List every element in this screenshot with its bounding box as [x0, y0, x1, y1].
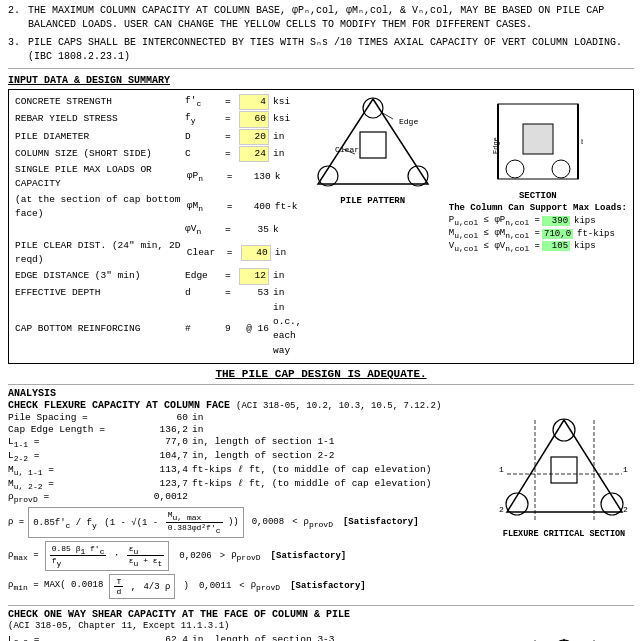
l22-unit: in, length of section 2-2 — [192, 450, 335, 463]
unit-phi-mn: ft-k — [275, 200, 305, 214]
eq-concrete: = — [225, 95, 239, 109]
svg-text:Edge: Edge — [399, 117, 418, 126]
formula1-compare2: ρprovD — [304, 517, 333, 529]
row-pile-clear: PILE CLEAR DIST. (24" min, 2D reqd) Clea… — [15, 239, 305, 268]
load-row-p: Pu,col ≤ φPn,col = 390 kips — [449, 215, 627, 227]
row-single-pile: SINGLE PILE MAX LOADS OR CAPACITY φPn = … — [15, 163, 305, 192]
check-shear: CHECK ONE WAY SHEAR CAPACITY AT THE FACE… — [8, 609, 634, 641]
mu22-row: Mu, 2-2 = 123,7 ft-kips ℓ ft, (to middle… — [8, 478, 488, 491]
val-phi-pn: 130 — [241, 170, 271, 184]
load-label-v: Vu,col ≤ φVn,col = — [449, 241, 540, 253]
adequate-message: THE PILE CAP DESIGN IS ADEQUATE. — [8, 368, 634, 380]
load-row-v: Vu,col ≤ φVn,col = 105 kips — [449, 241, 627, 253]
load-row-m: Mu,col ≤ φMn,col = 710,0 ft-kips — [449, 228, 627, 240]
val-col-size[interactable]: 24 — [239, 146, 269, 162]
svg-marker-17 — [507, 420, 622, 512]
formula2-result: [Satisfactory] — [271, 551, 347, 561]
val-edge[interactable]: 12 — [239, 268, 269, 284]
l33-val: 62,4 — [148, 634, 188, 641]
pile-pattern-label: PILE PATTERN — [340, 196, 405, 206]
load-val-v: 105 — [542, 241, 570, 251]
sym-d: d — [185, 286, 225, 300]
note-text-2: THE MAXIMUM COLUMN CAPACITY AT COLUMN BA… — [28, 4, 634, 32]
svg-text:Clear: Clear — [335, 145, 359, 154]
unit-phi-pn: k — [275, 170, 305, 184]
row-cap-rebar: CAP BOTTOM REINFORCING # 9 @ 16 in o.c.,… — [15, 301, 305, 358]
flexure-analysis-section: Pile Spacing = 60 in Cap Edge Length = 1… — [8, 412, 634, 602]
svg-point-14 — [552, 160, 570, 178]
input-right-panel: Edge Clear PILE PATTERN — [313, 94, 627, 359]
sym-rebar: fy — [185, 111, 225, 127]
label-cap-rebar: CAP BOTTOM REINFORCING — [15, 322, 185, 336]
main-page: 2. THE MAXIMUM COLUMN CAPACITY AT COLUMN… — [0, 0, 642, 641]
row-concrete-strength: CONCRETE STRENGTH f'c = 4 ksi — [15, 94, 305, 110]
mu22-val: 123,7 — [148, 478, 188, 491]
flexure-section-svg: 1 1 2 2 — [497, 412, 632, 527]
unit-clear: in — [275, 246, 305, 260]
svg-point-1 — [363, 98, 383, 118]
input-left-panel: CONCRETE STRENGTH f'c = 4 ksi REBAR YIEL… — [15, 94, 305, 359]
l22-label: L2-2 = — [8, 450, 148, 463]
formula2-prefix: ρmax = — [8, 550, 39, 562]
mu11-row: Mu, 1-1 = 113,4 ft-kips ℓ ft, (to middle… — [8, 464, 488, 477]
pile-spacing-label: Pile Spacing = — [8, 412, 148, 423]
eq-phi-mn: = — [227, 200, 241, 214]
flexure-critical-label: FLEXURE CRITICAL SECTION — [503, 529, 625, 539]
val-phi-vn: 35 — [239, 223, 269, 237]
sym-edge: Edge — [185, 269, 225, 283]
sym-col-size: C — [185, 147, 225, 161]
val-clear[interactable]: 40 — [241, 245, 271, 261]
note-num-3: 3. — [8, 36, 28, 64]
pile-spacing-val: 60 — [148, 412, 188, 423]
label-rebar: REBAR YIELD STRESS — [15, 112, 185, 126]
l11-label: L1-1 = — [8, 436, 148, 449]
eq-pile-dia: = — [225, 130, 239, 144]
eq-edge: = — [225, 269, 239, 283]
formula1-result: [Satisfactory] — [343, 517, 419, 527]
label-cap-bottom: (at the section of cap bottom face) — [15, 193, 187, 222]
analysis-title: ANALYSIS — [8, 388, 634, 399]
unit-concrete: ksi — [273, 95, 303, 109]
note-item-3: 3. PILE CAPS SHALL BE INTERCONNECTED BY … — [8, 36, 634, 64]
formula2-compare2: ρprovD — [231, 550, 260, 562]
shear-section-svg: 2 2 3 3 — [497, 634, 632, 641]
mu11-val: 113,4 — [148, 464, 188, 477]
eq-rebar: = — [225, 112, 239, 126]
label-eff-depth: EFFECTIVE DEPTH — [15, 286, 185, 300]
mu22-label: Mu, 2-2 = — [8, 478, 148, 491]
sym-phi-vn: φVn — [185, 222, 225, 238]
divider-1 — [8, 68, 634, 69]
val-pile-dia[interactable]: 20 — [239, 129, 269, 145]
pile-pattern-diagram: Edge Clear PILE PATTERN — [313, 94, 433, 206]
val-concrete[interactable]: 4 — [239, 94, 269, 110]
l22-val: 104,7 — [148, 450, 188, 463]
row-eff-depth: EFFECTIVE DEPTH d = 53 in — [15, 286, 305, 300]
val-rebar[interactable]: 60 — [239, 111, 269, 127]
cap-edge-label: Cap Edge Length = — [8, 424, 148, 435]
row-pile-dia: PILE DIAMETER D = 20 in — [15, 129, 305, 145]
rho-provd-val: 0,0012 — [148, 491, 188, 504]
load-unit-v: kips — [574, 241, 596, 251]
sym-concrete: f'c — [185, 94, 225, 110]
formula3-row: ρmin = MAX( 0.0018 T d , 4/3 ρ ) 0,0011 … — [8, 574, 488, 599]
formula3-compare2: ρprovD — [251, 580, 280, 592]
svg-rect-21 — [551, 457, 577, 483]
l33-label: L3-3 = — [8, 634, 148, 641]
max-loads-title: The Column Can Support Max Loads: — [449, 203, 627, 213]
label-pile-dia: PILE DIAMETER — [15, 130, 185, 144]
svg-marker-0 — [318, 99, 428, 184]
aci-shear-ref: (ACI 318-05, Chapter 11, Except 11.1.3.1… — [8, 621, 634, 631]
mu22-unit: ft-kips ℓ ft, (to middle of cap elevatio… — [192, 478, 431, 491]
load-label-p: Pu,col ≤ φPn,col = — [449, 215, 540, 227]
sym-phi-mn: φMn — [187, 199, 227, 215]
eq-clear: = — [227, 246, 241, 260]
svg-text:2: 2 — [499, 505, 504, 514]
input-section: CONCRETE STRENGTH f'c = 4 ksi REBAR YIEL… — [8, 89, 634, 364]
label-col-size: COLUMN SIZE (SHORT SIDE) — [15, 147, 185, 161]
unit-pile-dia: in — [273, 130, 303, 144]
shear-section: L3-3 = 62,4 in, length of section 3-3 Vu… — [8, 634, 634, 641]
flexure-left: Pile Spacing = 60 in Cap Edge Length = 1… — [8, 412, 488, 602]
svg-point-13 — [506, 160, 524, 178]
eq-phi-pn: = — [227, 170, 241, 184]
l11-val: 77,0 — [148, 436, 188, 449]
